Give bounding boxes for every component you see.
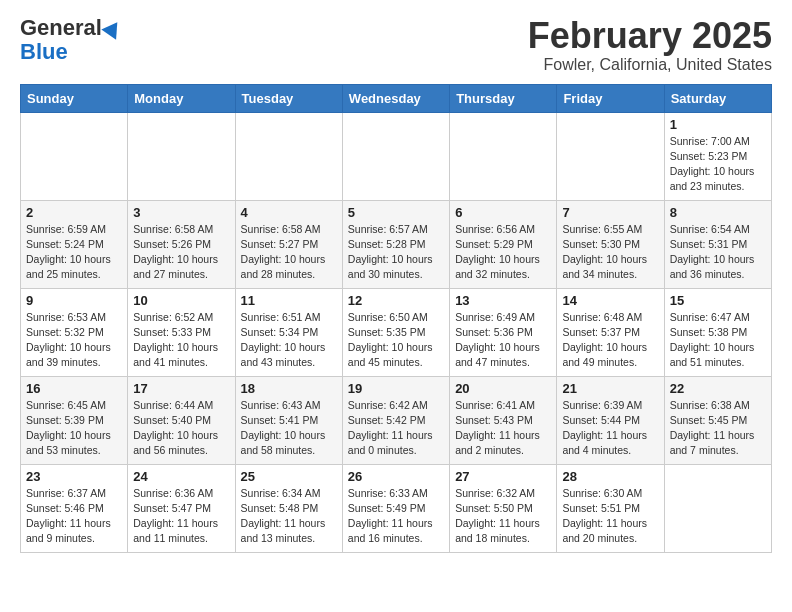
- logo-text-general: General: [20, 16, 102, 40]
- cell-day-number: 13: [455, 293, 551, 308]
- calendar-cell: 25Sunrise: 6:34 AM Sunset: 5:48 PM Dayli…: [235, 464, 342, 552]
- cell-day-number: 12: [348, 293, 444, 308]
- cell-info-text: Sunrise: 6:39 AM Sunset: 5:44 PM Dayligh…: [562, 398, 658, 459]
- calendar-week-1: 2Sunrise: 6:59 AM Sunset: 5:24 PM Daylig…: [21, 200, 772, 288]
- cell-info-text: Sunrise: 6:56 AM Sunset: 5:29 PM Dayligh…: [455, 222, 551, 283]
- cell-info-text: Sunrise: 6:57 AM Sunset: 5:28 PM Dayligh…: [348, 222, 444, 283]
- calendar-week-0: 1Sunrise: 7:00 AM Sunset: 5:23 PM Daylig…: [21, 112, 772, 200]
- cell-info-text: Sunrise: 6:30 AM Sunset: 5:51 PM Dayligh…: [562, 486, 658, 547]
- cell-info-text: Sunrise: 6:42 AM Sunset: 5:42 PM Dayligh…: [348, 398, 444, 459]
- cell-day-number: 24: [133, 469, 229, 484]
- cell-info-text: Sunrise: 6:54 AM Sunset: 5:31 PM Dayligh…: [670, 222, 766, 283]
- cell-info-text: Sunrise: 6:47 AM Sunset: 5:38 PM Dayligh…: [670, 310, 766, 371]
- cell-info-text: Sunrise: 6:50 AM Sunset: 5:35 PM Dayligh…: [348, 310, 444, 371]
- cell-info-text: Sunrise: 6:36 AM Sunset: 5:47 PM Dayligh…: [133, 486, 229, 547]
- cell-day-number: 26: [348, 469, 444, 484]
- cell-info-text: Sunrise: 6:41 AM Sunset: 5:43 PM Dayligh…: [455, 398, 551, 459]
- calendar-cell: 18Sunrise: 6:43 AM Sunset: 5:41 PM Dayli…: [235, 376, 342, 464]
- cell-info-text: Sunrise: 6:32 AM Sunset: 5:50 PM Dayligh…: [455, 486, 551, 547]
- cell-day-number: 11: [241, 293, 337, 308]
- cell-info-text: Sunrise: 6:58 AM Sunset: 5:26 PM Dayligh…: [133, 222, 229, 283]
- cell-day-number: 14: [562, 293, 658, 308]
- cell-info-text: Sunrise: 6:37 AM Sunset: 5:46 PM Dayligh…: [26, 486, 122, 547]
- cell-day-number: 15: [670, 293, 766, 308]
- calendar-cell: 7Sunrise: 6:55 AM Sunset: 5:30 PM Daylig…: [557, 200, 664, 288]
- calendar-cell: 1Sunrise: 7:00 AM Sunset: 5:23 PM Daylig…: [664, 112, 771, 200]
- calendar-cell: 23Sunrise: 6:37 AM Sunset: 5:46 PM Dayli…: [21, 464, 128, 552]
- cell-day-number: 9: [26, 293, 122, 308]
- cell-day-number: 23: [26, 469, 122, 484]
- cell-day-number: 27: [455, 469, 551, 484]
- cell-info-text: Sunrise: 6:51 AM Sunset: 5:34 PM Dayligh…: [241, 310, 337, 371]
- title-block: February 2025 Fowler, California, United…: [528, 16, 772, 74]
- cell-day-number: 6: [455, 205, 551, 220]
- calendar-header-row: SundayMondayTuesdayWednesdayThursdayFrid…: [21, 84, 772, 112]
- cell-info-text: Sunrise: 6:38 AM Sunset: 5:45 PM Dayligh…: [670, 398, 766, 459]
- cell-day-number: 25: [241, 469, 337, 484]
- cell-day-number: 22: [670, 381, 766, 396]
- day-header-monday: Monday: [128, 84, 235, 112]
- day-header-friday: Friday: [557, 84, 664, 112]
- calendar-cell: 8Sunrise: 6:54 AM Sunset: 5:31 PM Daylig…: [664, 200, 771, 288]
- calendar-cell: 12Sunrise: 6:50 AM Sunset: 5:35 PM Dayli…: [342, 288, 449, 376]
- header: General Blue February 2025 Fowler, Calif…: [20, 16, 772, 74]
- calendar-cell: 11Sunrise: 6:51 AM Sunset: 5:34 PM Dayli…: [235, 288, 342, 376]
- cell-day-number: 1: [670, 117, 766, 132]
- cell-day-number: 7: [562, 205, 658, 220]
- cell-day-number: 19: [348, 381, 444, 396]
- day-header-wednesday: Wednesday: [342, 84, 449, 112]
- cell-day-number: 18: [241, 381, 337, 396]
- calendar-cell: 21Sunrise: 6:39 AM Sunset: 5:44 PM Dayli…: [557, 376, 664, 464]
- cell-info-text: Sunrise: 6:52 AM Sunset: 5:33 PM Dayligh…: [133, 310, 229, 371]
- calendar-cell: [21, 112, 128, 200]
- calendar-week-4: 23Sunrise: 6:37 AM Sunset: 5:46 PM Dayli…: [21, 464, 772, 552]
- calendar-cell: 17Sunrise: 6:44 AM Sunset: 5:40 PM Dayli…: [128, 376, 235, 464]
- day-header-tuesday: Tuesday: [235, 84, 342, 112]
- calendar-cell: 28Sunrise: 6:30 AM Sunset: 5:51 PM Dayli…: [557, 464, 664, 552]
- calendar-cell: 20Sunrise: 6:41 AM Sunset: 5:43 PM Dayli…: [450, 376, 557, 464]
- calendar-cell: 19Sunrise: 6:42 AM Sunset: 5:42 PM Dayli…: [342, 376, 449, 464]
- cell-info-text: Sunrise: 6:48 AM Sunset: 5:37 PM Dayligh…: [562, 310, 658, 371]
- calendar-title: February 2025: [528, 16, 772, 56]
- calendar-cell: 24Sunrise: 6:36 AM Sunset: 5:47 PM Dayli…: [128, 464, 235, 552]
- cell-info-text: Sunrise: 6:49 AM Sunset: 5:36 PM Dayligh…: [455, 310, 551, 371]
- cell-day-number: 21: [562, 381, 658, 396]
- cell-info-text: Sunrise: 6:34 AM Sunset: 5:48 PM Dayligh…: [241, 486, 337, 547]
- cell-info-text: Sunrise: 6:43 AM Sunset: 5:41 PM Dayligh…: [241, 398, 337, 459]
- calendar-cell: [557, 112, 664, 200]
- calendar-cell: 22Sunrise: 6:38 AM Sunset: 5:45 PM Dayli…: [664, 376, 771, 464]
- cell-day-number: 2: [26, 205, 122, 220]
- calendar-cell: [235, 112, 342, 200]
- calendar-cell: 4Sunrise: 6:58 AM Sunset: 5:27 PM Daylig…: [235, 200, 342, 288]
- logo-text-blue: Blue: [20, 40, 68, 64]
- calendar-cell: 5Sunrise: 6:57 AM Sunset: 5:28 PM Daylig…: [342, 200, 449, 288]
- calendar-cell: [664, 464, 771, 552]
- logo-triangle-icon: [101, 17, 124, 40]
- cell-day-number: 20: [455, 381, 551, 396]
- calendar-cell: 9Sunrise: 6:53 AM Sunset: 5:32 PM Daylig…: [21, 288, 128, 376]
- cell-info-text: Sunrise: 6:44 AM Sunset: 5:40 PM Dayligh…: [133, 398, 229, 459]
- day-header-thursday: Thursday: [450, 84, 557, 112]
- calendar-cell: 2Sunrise: 6:59 AM Sunset: 5:24 PM Daylig…: [21, 200, 128, 288]
- cell-day-number: 5: [348, 205, 444, 220]
- cell-day-number: 17: [133, 381, 229, 396]
- calendar-cell: [128, 112, 235, 200]
- calendar-subtitle: Fowler, California, United States: [528, 56, 772, 74]
- calendar-cell: 14Sunrise: 6:48 AM Sunset: 5:37 PM Dayli…: [557, 288, 664, 376]
- calendar-cell: 15Sunrise: 6:47 AM Sunset: 5:38 PM Dayli…: [664, 288, 771, 376]
- calendar-table: SundayMondayTuesdayWednesdayThursdayFrid…: [20, 84, 772, 553]
- calendar-cell: 6Sunrise: 6:56 AM Sunset: 5:29 PM Daylig…: [450, 200, 557, 288]
- calendar-week-3: 16Sunrise: 6:45 AM Sunset: 5:39 PM Dayli…: [21, 376, 772, 464]
- page: General Blue February 2025 Fowler, Calif…: [0, 0, 792, 569]
- cell-info-text: Sunrise: 6:55 AM Sunset: 5:30 PM Dayligh…: [562, 222, 658, 283]
- calendar-cell: 3Sunrise: 6:58 AM Sunset: 5:26 PM Daylig…: [128, 200, 235, 288]
- calendar-cell: 16Sunrise: 6:45 AM Sunset: 5:39 PM Dayli…: [21, 376, 128, 464]
- cell-day-number: 28: [562, 469, 658, 484]
- cell-info-text: Sunrise: 6:59 AM Sunset: 5:24 PM Dayligh…: [26, 222, 122, 283]
- calendar-week-2: 9Sunrise: 6:53 AM Sunset: 5:32 PM Daylig…: [21, 288, 772, 376]
- cell-day-number: 16: [26, 381, 122, 396]
- day-header-sunday: Sunday: [21, 84, 128, 112]
- calendar-cell: [450, 112, 557, 200]
- cell-day-number: 8: [670, 205, 766, 220]
- logo: General Blue: [20, 16, 122, 64]
